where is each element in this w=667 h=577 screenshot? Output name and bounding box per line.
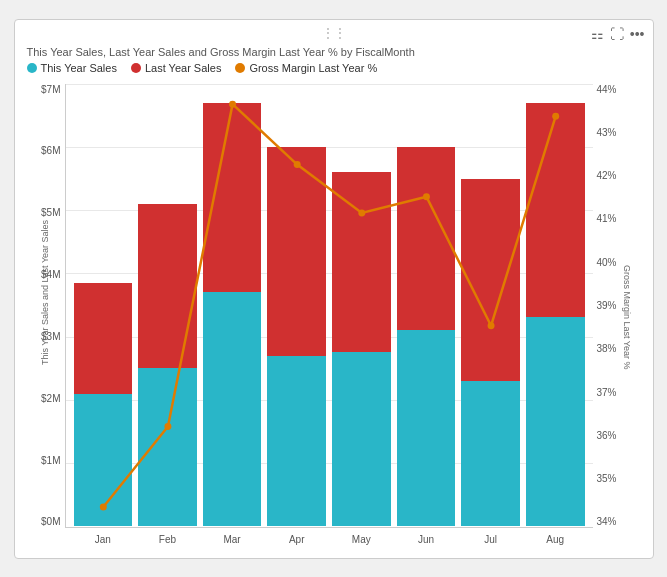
top-icons: ⚏ ⛶ ••• [591, 26, 645, 42]
bar-label-jun: Jun [397, 534, 456, 545]
bar-group-jun: Jun [397, 84, 456, 527]
legend-label-last-year: Last Year Sales [145, 62, 221, 74]
bar-stack-mar [203, 103, 262, 527]
y-tick-right-41: 41% [597, 213, 617, 224]
last-year-dot [131, 63, 141, 73]
y-tick-right-42: 42% [597, 170, 617, 181]
bar-red-apr [267, 147, 326, 356]
y-axis-right: Gross Margin Last Year % 44% 43% 42% 41%… [593, 80, 645, 550]
y-tick-7m: $7M [41, 84, 60, 95]
bar-stack-jul [461, 179, 520, 527]
chart-title: This Year Sales, Last Year Sales and Gro… [23, 46, 645, 58]
bar-stack-may [332, 172, 391, 526]
gross-margin-dot [235, 63, 245, 73]
y-axis-right-label: Gross Margin Last Year % [622, 265, 632, 365]
bar-red-jul [461, 179, 520, 381]
bars-container: Jan Feb Mar [66, 84, 593, 527]
y-axis-left: This Year Sales and Last Year Sales $7M … [23, 80, 65, 550]
y-axis-left-label: This Year Sales and Last Year Sales [40, 265, 50, 365]
bar-label-jan: Jan [74, 534, 133, 545]
bar-label-aug: Aug [526, 534, 585, 545]
this-year-dot [27, 63, 37, 73]
bar-label-jul: Jul [461, 534, 520, 545]
legend-label-this-year: This Year Sales [41, 62, 117, 74]
bar-group-jan: Jan [74, 84, 133, 527]
y-tick-right-36: 36% [597, 430, 617, 441]
bar-teal-feb [138, 368, 197, 526]
legend-item-this-year: This Year Sales [27, 62, 117, 74]
y-tick-right-39: 39% [597, 300, 617, 311]
filter-icon[interactable]: ⚏ [591, 26, 604, 42]
bar-teal-jul [461, 381, 520, 526]
y-tick-right-43: 43% [597, 127, 617, 138]
y-tick-right-40: 40% [597, 257, 617, 268]
bar-group-mar: Mar [203, 84, 262, 527]
legend: This Year Sales Last Year Sales Gross Ma… [23, 62, 645, 74]
y-tick-0m: $0M [41, 516, 60, 527]
legend-item-gross-margin: Gross Margin Last Year % [235, 62, 377, 74]
y-tick-right-38: 38% [597, 343, 617, 354]
drag-handle[interactable]: ⋮⋮ [322, 26, 346, 40]
chart-card: ⋮⋮ ⚏ ⛶ ••• This Year Sales, Last Year Sa… [14, 19, 654, 559]
bar-stack-apr [267, 147, 326, 527]
bar-stack-jun [397, 147, 456, 527]
bar-teal-aug [526, 317, 585, 526]
bar-stack-aug [526, 103, 585, 527]
bar-teal-may [332, 352, 391, 526]
legend-item-last-year: Last Year Sales [131, 62, 221, 74]
bar-teal-mar [203, 292, 262, 526]
bar-group-aug: Aug [526, 84, 585, 527]
bar-group-jul: Jul [461, 84, 520, 527]
bar-red-aug [526, 103, 585, 318]
expand-icon[interactable]: ⛶ [610, 26, 624, 42]
bar-label-mar: Mar [203, 534, 262, 545]
plot-area: Jan Feb Mar [65, 84, 593, 528]
y-tick-5m: $5M [41, 207, 60, 218]
chart-area: This Year Sales and Last Year Sales $7M … [23, 80, 645, 550]
y-tick-right-35: 35% [597, 473, 617, 484]
bar-label-apr: Apr [267, 534, 326, 545]
y-tick-2m: $2M [41, 393, 60, 404]
bar-group-feb: Feb [138, 84, 197, 527]
bar-teal-jan [74, 394, 133, 527]
bar-red-jan [74, 283, 133, 394]
bar-red-mar [203, 103, 262, 293]
bar-teal-jun [397, 330, 456, 526]
bar-group-may: May [332, 84, 391, 527]
bar-red-jun [397, 147, 456, 330]
legend-label-gross-margin: Gross Margin Last Year % [249, 62, 377, 74]
bar-stack-feb [138, 204, 197, 527]
y-tick-right-44: 44% [597, 84, 617, 95]
bar-teal-apr [267, 356, 326, 527]
y-tick-1m: $1M [41, 455, 60, 466]
bar-red-feb [138, 204, 197, 368]
y-tick-6m: $6M [41, 145, 60, 156]
bar-red-may [332, 172, 391, 352]
bar-stack-jan [74, 283, 133, 527]
bar-label-may: May [332, 534, 391, 545]
bar-label-feb: Feb [138, 534, 197, 545]
more-icon[interactable]: ••• [630, 26, 645, 42]
y-tick-right-34: 34% [597, 516, 617, 527]
bar-group-apr: Apr [267, 84, 326, 527]
y-tick-right-37: 37% [597, 387, 617, 398]
